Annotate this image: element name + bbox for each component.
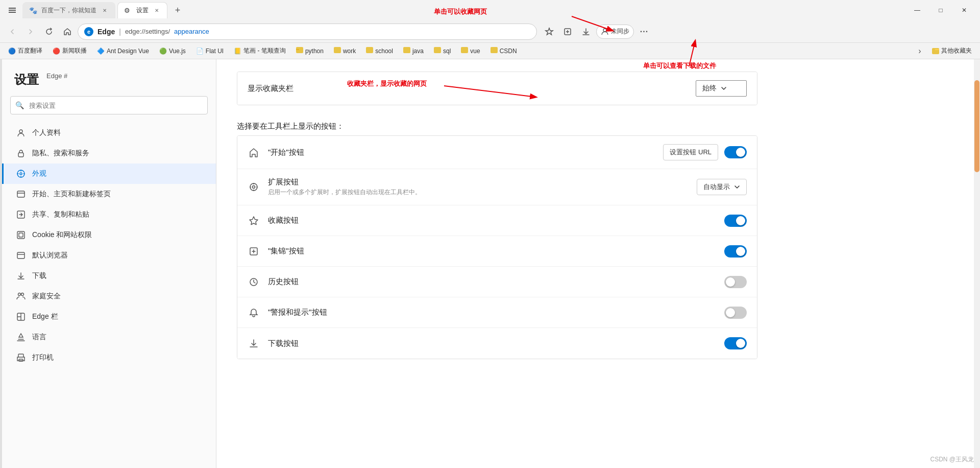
download-nav-button[interactable] (578, 24, 594, 40)
alert-btn-text: "警报和提示"按钮 (268, 308, 724, 317)
svg-point-13 (19, 130, 22, 133)
edgebar-icon (16, 312, 26, 322)
alert-btn-row: "警报和提示"按钮 (237, 297, 757, 328)
tab-baidu-close[interactable]: ✕ (101, 7, 109, 15)
svg-point-16 (20, 173, 22, 175)
settings-content: 显示收藏夹栏 始终 选择要在工具栏上显示的按钮： (216, 59, 980, 468)
sidebar-item-print[interactable]: 打印机 (2, 347, 216, 368)
bookmark-work[interactable]: work (330, 45, 360, 57)
sidebar-item-cookies[interactable]: Cookie 和网站权限 (2, 225, 216, 245)
download-btn-label: 下载按钮 (268, 339, 724, 348)
close-button[interactable]: ✕ (952, 2, 976, 18)
collection-btn-row: "集锦"按钮 (237, 236, 757, 267)
toolbar-buttons-section: "开始"按钮 设置按钮 URL (237, 135, 757, 359)
sidebar-item-privacy[interactable]: 隐私、搜索和服务 (2, 143, 216, 163)
profile-label: 未同步 (611, 27, 629, 36)
sidebar-item-browser[interactable]: 默认浏览器 (2, 245, 216, 266)
bookmarks-more-button[interactable]: › (914, 45, 926, 57)
bookmark-vue[interactable]: vue (457, 45, 484, 57)
new-tab-button[interactable]: + (169, 2, 186, 18)
bookmark-bihua[interactable]: 📒 笔画 - 笔顺查询 (230, 45, 290, 57)
nav-actions: 未同步 ··· (541, 24, 652, 40)
svg-rect-2 (9, 12, 16, 13)
history-btn-toggle[interactable] (724, 276, 747, 288)
sidebar-item-edgebar[interactable]: Edge 栏 (2, 307, 216, 327)
set-url-button[interactable]: 设置按钮 URL (663, 144, 718, 160)
settings-sidebar: 设置 🔍 个人资料 隐私、搜索和服务 (2, 59, 216, 468)
sidebar-item-family[interactable]: 家庭安全 (2, 286, 216, 307)
favbar-section: 显示收藏夹栏 始终 (237, 72, 757, 105)
bookmark-school[interactable]: school (362, 45, 397, 57)
sidebar-item-share[interactable]: 共享、复制和粘贴 (2, 204, 216, 225)
search-input[interactable] (10, 96, 208, 114)
maximize-button[interactable]: □ (929, 2, 952, 18)
bookmark-vuejs[interactable]: 🟢 Vue.js (155, 45, 190, 57)
edge-logo: e (84, 27, 93, 36)
home-button[interactable] (59, 24, 76, 40)
start-btn-control: 设置按钮 URL (663, 144, 747, 160)
tab-settings[interactable]: ⚙ 设置 ✕ (117, 2, 167, 18)
bookmark-antdesign[interactable]: 🔷 Ant Design Vue (93, 45, 153, 57)
settings-title: 设置 (2, 67, 216, 96)
bookmark-vue-icon (461, 47, 468, 55)
sidebar-item-newtab[interactable]: 开始、主页和新建标签页 (2, 184, 216, 204)
start-btn-label: "开始"按钮 (268, 148, 663, 157)
favbar-dropdown[interactable]: 始终 (696, 80, 747, 97)
sidebar-item-language[interactable]: 语言 (2, 327, 216, 347)
tab-settings-favicon: ⚙ (124, 7, 132, 15)
sidebar-item-profile[interactable]: 个人资料 (2, 123, 216, 143)
tab-baidu-favicon: 🐾 (29, 7, 37, 15)
svg-rect-9 (434, 47, 441, 53)
bookmark-flatui[interactable]: 📄 Flat UI (192, 45, 228, 57)
bookmark-python[interactable]: python (292, 45, 328, 57)
bookmark-sql[interactable]: sql (430, 45, 455, 57)
back-button[interactable] (4, 24, 20, 40)
svg-rect-0 (9, 8, 16, 9)
collection-btn-text: "集锦"按钮 (268, 246, 724, 256)
profile-sync-button[interactable]: 未同步 (596, 25, 634, 39)
window-controls: — □ ✕ (905, 2, 976, 18)
bookmark-java[interactable]: java (399, 45, 428, 57)
bookmark-news[interactable]: 🔴 新闻联播 (48, 45, 91, 57)
bookmark-csdn[interactable]: CSDN (486, 45, 521, 57)
browser-icon (16, 250, 26, 261)
sidebar-item-downloads[interactable]: 下载 (2, 266, 216, 286)
sidebar-print-label: 打印机 (32, 353, 54, 362)
tab-baidu[interactable]: 🐾 百度一下，你就知道 ✕ (22, 2, 115, 18)
bookmark-bihua-icon: 📒 (234, 48, 241, 55)
tab-settings-close[interactable]: ✕ (153, 7, 161, 15)
more-button[interactable]: ··· (636, 24, 652, 40)
minimize-button[interactable]: — (905, 2, 929, 18)
forward-button[interactable] (22, 24, 39, 40)
extension-dropdown[interactable]: 自动显示 (697, 179, 747, 195)
bookmark-translate[interactable]: 🔵 百度翻译 (4, 45, 46, 57)
alert-btn-toggle[interactable] (724, 307, 747, 319)
other-bookmarks-folder[interactable]: 其他收藏夹 (928, 45, 976, 57)
start-btn-toggle[interactable] (724, 146, 747, 158)
download-btn-toggle[interactable] (724, 337, 747, 349)
scrollbar-thumb[interactable] (974, 80, 979, 172)
collection-btn-toggle[interactable] (724, 245, 747, 258)
start-btn-text: "开始"按钮 (268, 148, 663, 157)
dropdown-chevron-icon (721, 85, 727, 91)
sidebar-item-appearance[interactable]: 外观 (2, 163, 216, 184)
favorite-nav-button[interactable] (541, 24, 557, 40)
extension-dropdown-chevron (734, 184, 740, 190)
collection-nav-button[interactable] (559, 24, 576, 40)
bookmark-work-icon (334, 47, 341, 55)
sidebar-appearance-label: 外观 (32, 169, 46, 178)
scrollbar-track (974, 59, 980, 468)
collection-row-icon (248, 245, 260, 258)
sidebar-toggle-btn[interactable] (4, 2, 20, 18)
refresh-button[interactable] (41, 24, 57, 40)
bookmark-news-icon: 🔴 (53, 48, 60, 55)
favorite-btn-toggle[interactable] (724, 215, 747, 227)
svg-rect-14 (18, 153, 23, 157)
sidebar-cookies-label: Cookie 和网站权限 (32, 230, 92, 240)
history-btn-row: 历史按钮 (237, 267, 757, 297)
svg-point-28 (253, 186, 255, 189)
address-bar[interactable]: e Edge | edge://settings/appearance (78, 24, 537, 40)
history-btn-control (724, 276, 747, 288)
extension-btn-text: 扩展按钮 启用一个或多个扩展时，扩展按钮自动出现在工具栏中。 (268, 177, 697, 197)
svg-rect-10 (461, 47, 468, 53)
